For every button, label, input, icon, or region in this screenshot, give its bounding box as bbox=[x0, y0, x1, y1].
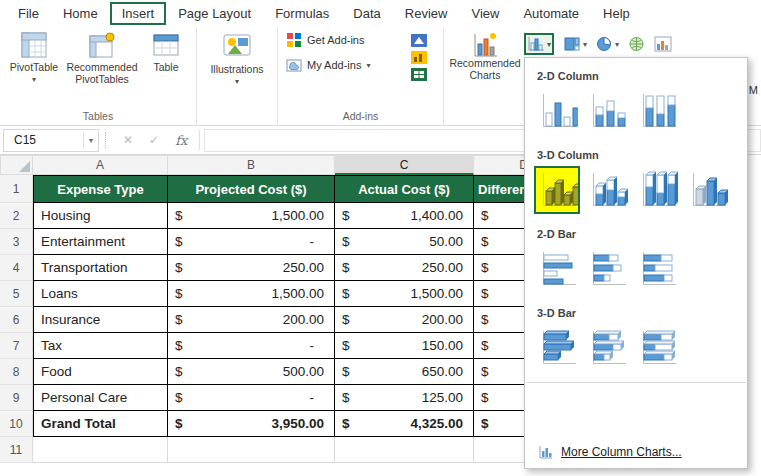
table-button[interactable]: Table bbox=[142, 32, 190, 85]
cell-projected-cost[interactable]: $500.00 bbox=[168, 359, 335, 385]
row-header-7[interactable]: 7 bbox=[0, 333, 33, 359]
addin-icon-2[interactable] bbox=[411, 51, 427, 64]
row-header-9[interactable]: 9 bbox=[0, 385, 33, 411]
cell-expense-type[interactable]: Food bbox=[33, 359, 168, 385]
recommended-charts-button[interactable]: Recommended Charts bbox=[450, 32, 520, 81]
row-header-6[interactable]: 6 bbox=[0, 307, 33, 333]
menu-tab-view[interactable]: View bbox=[459, 2, 511, 25]
row-header-1[interactable]: 1 bbox=[0, 175, 33, 203]
cell-actual-cost[interactable]: $150.00 bbox=[335, 333, 474, 359]
select-all-button[interactable] bbox=[0, 155, 33, 175]
cell-expense-type[interactable]: Entertainment bbox=[33, 229, 168, 255]
menu-tab-review[interactable]: Review bbox=[393, 2, 460, 25]
cell-expense-type[interactable]: Tax bbox=[33, 333, 168, 359]
cell-actual-cost[interactable]: $125.00 bbox=[335, 385, 474, 411]
cell-projected-cost[interactable]: $3,950.00 bbox=[168, 411, 335, 437]
cell-expense-type[interactable]: Personal Care bbox=[33, 385, 168, 411]
cell-projected-cost[interactable]: $- bbox=[168, 229, 335, 255]
cell-actual-cost[interactable]: $250.00 bbox=[335, 255, 474, 281]
chart-section-title: 3-D Column bbox=[525, 141, 747, 165]
column-header-row: ABCD bbox=[33, 155, 574, 175]
column-header-B[interactable]: B bbox=[168, 155, 335, 175]
chevron-down-icon: ▾ bbox=[583, 41, 587, 49]
header-cell-2[interactable]: Projected Cost ($) bbox=[168, 175, 335, 203]
cutoff-ribbon-label: M bbox=[749, 84, 758, 96]
insert-map-chart-button[interactable] bbox=[628, 36, 645, 52]
cell-actual-cost[interactable]: $1,500.00 bbox=[335, 281, 474, 307]
cell-projected-cost[interactable]: $- bbox=[168, 333, 335, 359]
cell-expense-type[interactable]: Loans bbox=[33, 281, 168, 307]
chart-type-3d-clustered-bar[interactable] bbox=[534, 324, 580, 372]
cell-actual-cost[interactable]: $200.00 bbox=[335, 307, 474, 333]
insert-pivotchart-button[interactable] bbox=[654, 36, 672, 52]
cell-expense-type[interactable]: Housing bbox=[33, 203, 168, 229]
row-header-4[interactable]: 4 bbox=[0, 255, 33, 281]
excel-window: FileHomeInsertPage LayoutFormulasDataRev… bbox=[0, 0, 761, 476]
insert-column-chart-button[interactable]: ▾ bbox=[524, 33, 554, 55]
header-cell-1[interactable]: Expense Type bbox=[33, 175, 168, 203]
chart-type-stacked-bar[interactable] bbox=[584, 245, 630, 293]
menu-tab-insert[interactable]: Insert bbox=[110, 2, 167, 25]
cancel-icon[interactable]: ✕ bbox=[115, 133, 141, 147]
chart-type-3d-stacked-column[interactable] bbox=[584, 166, 630, 214]
chart-type-clustered-column[interactable] bbox=[534, 87, 580, 135]
illustrations-button[interactable]: Illustrations ▾ bbox=[201, 32, 273, 86]
pivottable-button[interactable]: PivotTable ▾ bbox=[6, 32, 62, 85]
chart-type-3d-100-stacked-column[interactable] bbox=[634, 166, 680, 214]
cell-actual-cost[interactable]: $650.00 bbox=[335, 359, 474, 385]
menu-tab-data[interactable]: Data bbox=[341, 2, 392, 25]
column-header-A[interactable]: A bbox=[33, 155, 168, 175]
cell-expense-type[interactable]: Grand Total bbox=[33, 411, 168, 437]
menu-tab-home[interactable]: Home bbox=[51, 2, 110, 25]
cell-actual-cost[interactable]: $1,400.00 bbox=[335, 203, 474, 229]
more-column-charts-button[interactable]: More Column Charts... bbox=[525, 436, 747, 468]
row-header-3[interactable]: 3 bbox=[0, 229, 33, 255]
row-header-2[interactable]: 2 bbox=[0, 203, 33, 229]
insert-pie-chart-button[interactable]: ▾ bbox=[596, 36, 619, 52]
name-box[interactable]: C15 ▾ bbox=[3, 129, 99, 152]
drag-handle[interactable] bbox=[105, 132, 109, 148]
cell-projected-cost[interactable]: $- bbox=[168, 385, 335, 411]
recommended-pivottables-button[interactable]: Recommended PivotTables bbox=[64, 32, 140, 85]
insert-function-icon[interactable]: fx bbox=[167, 133, 195, 148]
menu-tab-automate[interactable]: Automate bbox=[511, 2, 591, 25]
row-header-11[interactable]: 11 bbox=[0, 437, 33, 463]
addin-icon-1[interactable] bbox=[411, 34, 427, 47]
menu-tab-help[interactable]: Help bbox=[591, 2, 642, 25]
cell-projected-cost[interactable]: $200.00 bbox=[168, 307, 335, 333]
cell-actual-cost[interactable]: $50.00 bbox=[335, 229, 474, 255]
menu-tab-page-layout[interactable]: Page Layout bbox=[166, 2, 263, 25]
chart-type-stacked-column[interactable] bbox=[584, 87, 630, 135]
column-header-C[interactable]: C bbox=[335, 155, 474, 175]
chart-type-clustered-bar[interactable] bbox=[534, 245, 580, 293]
addin-icon-3[interactable] bbox=[411, 68, 427, 81]
empty-cell[interactable] bbox=[335, 437, 474, 463]
cell-expense-type[interactable]: Insurance bbox=[33, 307, 168, 333]
menu-tab-file[interactable]: File bbox=[6, 2, 51, 25]
pivottable-label: PivotTable bbox=[10, 62, 58, 74]
cell-projected-cost[interactable]: $1,500.00 bbox=[168, 203, 335, 229]
header-cell-3[interactable]: Actual Cost ($) bbox=[335, 175, 474, 203]
tables-group: PivotTable ▾ Recommended PivotTables bbox=[0, 27, 197, 125]
my-addins-label: My Add-ins bbox=[307, 59, 361, 71]
chart-section-title: 3-D Bar bbox=[525, 299, 747, 323]
cell-actual-cost[interactable]: $4,325.00 bbox=[335, 411, 474, 437]
chart-type-100-stacked-column[interactable] bbox=[634, 87, 680, 135]
enter-icon[interactable]: ✓ bbox=[141, 133, 167, 147]
empty-cell[interactable] bbox=[168, 437, 335, 463]
row-header-5[interactable]: 5 bbox=[0, 281, 33, 307]
cell-projected-cost[interactable]: $250.00 bbox=[168, 255, 335, 281]
empty-cell[interactable] bbox=[33, 437, 168, 463]
row-header-10[interactable]: 10 bbox=[0, 411, 33, 437]
menu-tab-formulas[interactable]: Formulas bbox=[263, 2, 341, 25]
chart-type-3d-column[interactable] bbox=[684, 166, 730, 214]
cell-expense-type[interactable]: Transportation bbox=[33, 255, 168, 281]
insert-hierarchy-chart-button[interactable]: ▾ bbox=[563, 36, 587, 52]
chart-type-3d-stacked-bar[interactable] bbox=[584, 324, 630, 372]
chart-buttons-row: ▾ ▾ ▾ bbox=[524, 33, 672, 55]
chart-type-3d-clustered-column[interactable] bbox=[534, 166, 580, 214]
chart-type-3d-100-stacked-bar[interactable] bbox=[634, 324, 680, 372]
cell-projected-cost[interactable]: $1,500.00 bbox=[168, 281, 335, 307]
row-header-8[interactable]: 8 bbox=[0, 359, 33, 385]
chart-type-100-stacked-bar[interactable] bbox=[634, 245, 680, 293]
